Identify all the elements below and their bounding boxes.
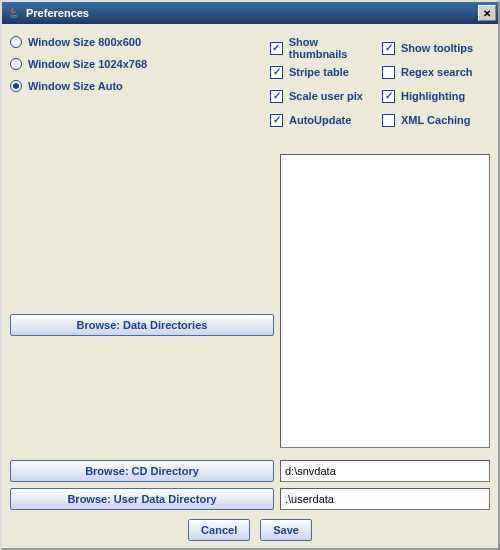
checkbox-label: Regex search [401,66,473,78]
radio-icon [10,36,22,48]
save-button[interactable]: Save [260,519,312,541]
data-directories-list[interactable] [280,154,490,448]
checkbox-icon [270,42,283,55]
close-button[interactable]: ✕ [478,5,496,21]
cancel-button[interactable]: Cancel [188,519,250,541]
checkbox-icon [270,90,283,103]
checkbox-icon [382,42,395,55]
check-regex-search[interactable]: Regex search [382,60,490,84]
browse-user-data-directory-button[interactable]: Browse: User Data Directory [10,488,274,510]
browse-cd-directory-button[interactable]: Browse: CD Directory [10,460,274,482]
checkbox-grid: Show thumbnails Show tooltips Stripe tab… [270,32,490,132]
user-data-directory-field[interactable]: .\userdata [280,488,490,510]
radio-icon [10,80,22,92]
checkbox-icon [382,66,395,79]
button-label: Cancel [201,524,237,536]
dialog-buttons: Cancel Save [2,516,498,544]
checkbox-label: AutoUpdate [289,114,351,126]
titlebar: Preferences ✕ [2,2,498,24]
field-value: .\userdata [285,493,334,505]
checkbox-icon [270,66,283,79]
user-data-directory-row: Browse: User Data Directory .\userdata [10,488,490,512]
button-label: Browse: User Data Directory [67,493,216,505]
button-label: Browse: Data Directories [77,319,208,331]
checkbox-label: Highlighting [401,90,465,102]
java-icon [6,5,22,21]
check-show-tooltips[interactable]: Show tooltips [382,36,490,60]
browse-data-directories-button[interactable]: Browse: Data Directories [10,314,274,336]
check-highlighting[interactable]: Highlighting [382,84,490,108]
radio-icon [10,58,22,70]
top-options: Window Size 800x600 Window Size 1024x768… [10,32,490,132]
content-area: Window Size 800x600 Window Size 1024x768… [2,24,498,548]
checkbox-label: Show tooltips [401,42,473,54]
preferences-window: Preferences ✕ Window Size 800x600 Window… [0,0,500,550]
field-value: d:\snvdata [285,465,336,477]
check-show-thumbnails[interactable]: Show thumbnails [270,36,378,60]
check-autoupdate[interactable]: AutoUpdate [270,108,378,132]
check-xml-caching[interactable]: XML Caching [382,108,490,132]
cd-directory-row: Browse: CD Directory d:\snvdata [10,460,490,484]
checkbox-label: XML Caching [401,114,470,126]
radio-window-800[interactable]: Window Size 800x600 [10,36,270,48]
radio-window-1024[interactable]: Window Size 1024x768 [10,58,270,70]
button-label: Save [273,524,299,536]
cd-directory-field[interactable]: d:\snvdata [280,460,490,482]
checkbox-label: Show thumbnails [289,36,378,60]
close-icon: ✕ [483,8,491,19]
check-scale-user-pix[interactable]: Scale user pix [270,84,378,108]
checkbox-label: Stripe table [289,66,349,78]
radio-window-auto[interactable]: Window Size Auto [10,80,270,92]
checkbox-icon [270,114,283,127]
window-title: Preferences [26,7,478,19]
checkbox-icon [382,90,395,103]
window-size-radios: Window Size 800x600 Window Size 1024x768… [10,32,270,132]
checkbox-icon [382,114,395,127]
radio-label: Window Size 1024x768 [28,58,147,70]
checkbox-label: Scale user pix [289,90,363,102]
check-stripe-table[interactable]: Stripe table [270,60,378,84]
radio-label: Window Size Auto [28,80,123,92]
radio-label: Window Size 800x600 [28,36,141,48]
button-label: Browse: CD Directory [85,465,199,477]
